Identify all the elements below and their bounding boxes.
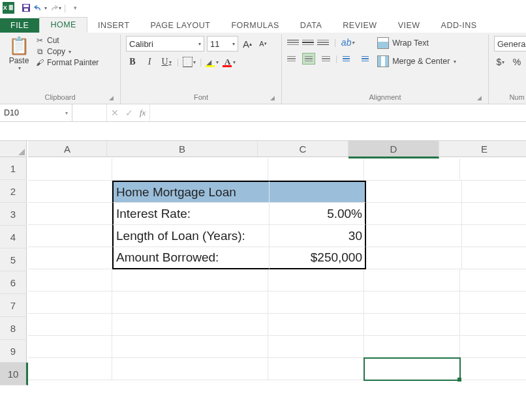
cell-B7[interactable] xyxy=(112,292,268,314)
merge-center-button[interactable]: Merge & Center▾ xyxy=(375,54,459,68)
cell-C1[interactable] xyxy=(268,158,364,181)
name-box[interactable]: D10▾ xyxy=(0,104,72,121)
cell-A3[interactable] xyxy=(28,203,112,225)
save-icon[interactable] xyxy=(20,1,33,14)
tab-home[interactable]: HOME xyxy=(39,17,87,33)
row-header-10[interactable]: 10 xyxy=(0,363,28,385)
row-header-2[interactable]: 2 xyxy=(0,180,27,203)
cell-D9[interactable] xyxy=(364,336,460,358)
number-format-combo[interactable]: General xyxy=(494,36,526,52)
cancel-formula-icon[interactable]: ✕ xyxy=(111,108,119,118)
cell-D7[interactable] xyxy=(364,292,460,314)
cell-A7[interactable] xyxy=(28,292,112,314)
cell-E9[interactable] xyxy=(460,336,526,358)
cell-E6[interactable] xyxy=(460,269,526,292)
enter-formula-icon[interactable]: ✓ xyxy=(125,108,133,118)
tab-page-layout[interactable]: PAGE LAYOUT xyxy=(140,18,221,33)
cell-D1[interactable] xyxy=(364,158,460,181)
cell-D2[interactable] xyxy=(366,181,462,203)
tab-data[interactable]: DATA xyxy=(290,18,332,33)
wrap-text-button[interactable]: Wrap Text xyxy=(375,36,459,50)
italic-button[interactable]: I xyxy=(143,55,156,68)
cell-B9[interactable] xyxy=(112,336,268,358)
tab-view[interactable]: VIEW xyxy=(388,18,431,33)
accounting-format-button[interactable]: $▾ xyxy=(494,55,507,68)
copy-button[interactable]: ⧉Copy▾ xyxy=(35,47,99,56)
cell-E10[interactable] xyxy=(460,358,526,380)
shrink-font-button[interactable]: A▾ xyxy=(256,37,270,50)
cell-B1[interactable] xyxy=(112,158,268,181)
align-right-button[interactable] xyxy=(318,53,330,64)
cell-E7[interactable] xyxy=(460,292,526,314)
tab-insert[interactable]: INSERT xyxy=(87,18,140,33)
format-painter-button[interactable]: 🖌Format Painter xyxy=(35,58,99,67)
cell-C7[interactable] xyxy=(268,292,364,314)
font-launcher-icon[interactable]: ◢ xyxy=(270,95,275,101)
underline-button[interactable]: U▾ xyxy=(160,55,173,68)
font-name-combo[interactable]: Calibri▾ xyxy=(126,36,204,52)
row-header-7[interactable]: 7 xyxy=(0,294,27,317)
border-button[interactable]: ▾ xyxy=(183,55,196,68)
align-top-button[interactable] xyxy=(287,37,299,48)
redo-icon[interactable]: ▾ xyxy=(48,1,61,14)
cell-C5[interactable]: $250,000 xyxy=(270,247,366,269)
tab-formulas[interactable]: FORMULAS xyxy=(221,18,289,33)
cell-A2[interactable] xyxy=(28,181,112,203)
align-left-button[interactable] xyxy=(287,53,299,64)
tab-addins[interactable]: ADD-INS xyxy=(431,18,487,33)
alignment-launcher-icon[interactable]: ◢ xyxy=(477,95,482,101)
paste-button[interactable]: 📋 Paste ▾ xyxy=(5,36,33,71)
cell-B5[interactable]: Amount Borrowed: xyxy=(112,247,270,269)
cell-B4[interactable]: Length of Loan (Years): xyxy=(112,225,270,247)
col-header-D[interactable]: D xyxy=(348,141,439,158)
row-header-5[interactable]: 5 xyxy=(0,248,27,271)
cell-C6[interactable] xyxy=(268,269,364,292)
cell-A10[interactable] xyxy=(28,358,112,380)
cell-E1[interactable] xyxy=(460,158,526,181)
bold-button[interactable]: B xyxy=(126,55,139,68)
cell-E3[interactable] xyxy=(462,203,526,225)
col-header-E[interactable]: E xyxy=(439,141,526,157)
cell-A9[interactable] xyxy=(28,336,112,358)
tab-file[interactable]: FILE xyxy=(0,18,39,33)
decrease-indent-button[interactable] xyxy=(343,53,354,64)
font-color-button[interactable]: A▾ xyxy=(223,55,236,68)
cell-B10[interactable] xyxy=(112,358,268,380)
cell-C2[interactable] xyxy=(270,181,366,203)
cell-C8[interactable] xyxy=(268,314,364,336)
align-middle-button[interactable] xyxy=(302,37,314,48)
cell-D8[interactable] xyxy=(364,314,460,336)
cell-A4[interactable] xyxy=(28,225,112,247)
cell-E8[interactable] xyxy=(460,314,526,336)
cell-A1[interactable] xyxy=(28,158,112,181)
cell-D4[interactable] xyxy=(366,225,462,247)
cell-B8[interactable] xyxy=(112,314,268,336)
cell-D6[interactable] xyxy=(364,269,460,292)
cell-B2[interactable]: Home Mortgage Loan xyxy=(112,181,270,203)
row-header-6[interactable]: 6 xyxy=(0,271,27,294)
clipboard-launcher-icon[interactable]: ◢ xyxy=(109,95,114,101)
formula-input[interactable] xyxy=(150,104,526,121)
font-size-combo[interactable]: 11▾ xyxy=(207,36,238,52)
orientation-button[interactable]: ab▾ xyxy=(341,36,354,49)
percent-format-button[interactable]: % xyxy=(510,55,523,68)
cell-C9[interactable] xyxy=(268,336,364,358)
cell-E5[interactable] xyxy=(462,247,526,269)
row-header-9[interactable]: 9 xyxy=(0,340,27,363)
cell-B3[interactable]: Interest Rate: xyxy=(112,203,270,225)
increase-indent-button[interactable] xyxy=(358,53,369,64)
cell-D10[interactable] xyxy=(364,358,460,380)
undo-icon[interactable]: ▾ xyxy=(34,1,47,14)
cell-C3[interactable]: 5.00% xyxy=(270,203,366,225)
qat-customize-icon[interactable]: ▾ xyxy=(69,1,82,14)
select-all-corner[interactable] xyxy=(0,141,27,157)
cell-D5[interactable] xyxy=(366,247,462,269)
tab-review[interactable]: REVIEW xyxy=(332,18,387,33)
row-header-8[interactable]: 8 xyxy=(0,317,27,340)
cell-E4[interactable] xyxy=(462,225,526,247)
col-header-A[interactable]: A xyxy=(28,141,107,157)
cut-button[interactable]: ✂Cut xyxy=(35,36,99,45)
cell-A8[interactable] xyxy=(28,314,112,336)
row-header-4[interactable]: 4 xyxy=(0,226,27,248)
cell-E2[interactable] xyxy=(462,181,526,203)
